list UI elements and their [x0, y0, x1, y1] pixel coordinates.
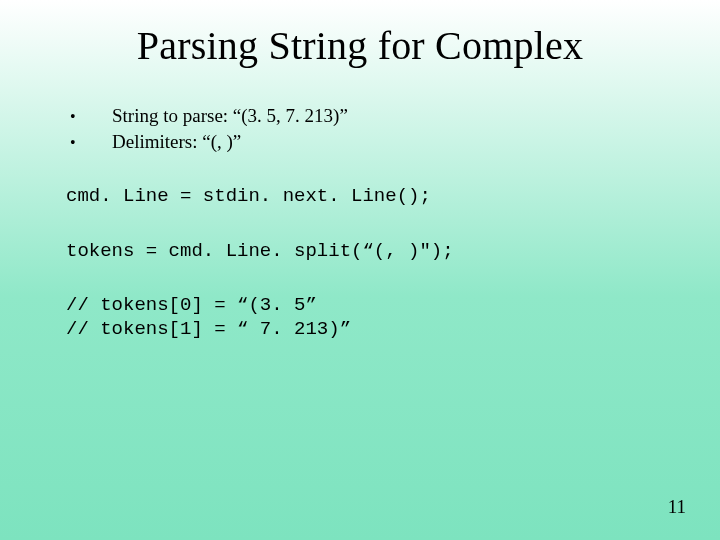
- bullet-label: Delimiters:: [112, 131, 202, 152]
- bullet-value: “(, )”: [202, 131, 241, 152]
- slide: Parsing String for Complex • String to p…: [0, 0, 720, 540]
- bullet-label: String to parse:: [112, 105, 233, 126]
- code-line: // tokens[0] = “(3. 5”: [66, 293, 720, 317]
- code-line: cmd. Line = stdin. next. Line();: [0, 184, 720, 208]
- bullet-value: “(3. 5, 7. 213)”: [233, 105, 348, 126]
- code-line: // tokens[1] = “ 7. 213)”: [66, 317, 720, 341]
- bullet-text: String to parse: “(3. 5, 7. 213)”: [112, 103, 348, 129]
- bullet-item: • Delimiters: “(, )”: [70, 129, 720, 155]
- bullet-list: • String to parse: “(3. 5, 7. 213)” • De…: [0, 103, 720, 154]
- bullet-marker: •: [70, 132, 112, 154]
- page-number: 11: [668, 496, 686, 518]
- bullet-text: Delimiters: “(, )”: [112, 129, 241, 155]
- code-line: tokens = cmd. Line. split(“(, )");: [0, 239, 720, 263]
- code-comment-block: // tokens[0] = “(3. 5” // tokens[1] = “ …: [0, 293, 720, 342]
- bullet-marker: •: [70, 106, 112, 128]
- bullet-item: • String to parse: “(3. 5, 7. 213)”: [70, 103, 720, 129]
- slide-title: Parsing String for Complex: [0, 0, 720, 69]
